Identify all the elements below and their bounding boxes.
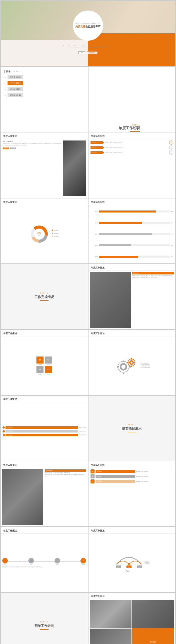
milestone-text: 请替换文字内容，点击添加相关标题文字，修改文字内容，也可以直接复制你的内容到此处…: [2, 566, 86, 568]
svg-point-4: [36, 231, 43, 238]
steps-body: 04 工作项目 03 工作项目 02 工作项目 01 工作项目: [1, 336, 88, 395]
bar-fill-3: [99, 233, 153, 235]
slide-part1b-title: 年度工作报述: [89, 132, 175, 139]
slide-part3: PART 3 成功项目展示: [89, 396, 175, 461]
part3-line: [127, 432, 136, 432]
speech-box-3: ●: [91, 479, 95, 483]
legend-label-1: 工作项目一: [54, 230, 59, 231]
cover-btn1[interactable]: 汇报: [78, 51, 85, 54]
slide4-para: 请替换文字内容，点击添加相关标题文字，修改文字内容，也可以直接复制你的内容到此处…: [3, 143, 62, 146]
slide-milestone: 年度工作报述 📍 地点一 👤 地点二 ✉ 地点三 �: [1, 527, 88, 592]
slide-img-text-title: 年度工作报述: [89, 264, 175, 271]
arrow-desc-2: 请替换文字内容: [79, 431, 86, 432]
legend-dot-1: [52, 230, 53, 231]
legend-label-2: 工作项目二: [54, 233, 59, 234]
legend-item-1: 工作项目一: [52, 230, 59, 232]
speech-item-2: ◆ 项目说明二 请替换文字内容，点击添加: [91, 474, 173, 478]
svg-rect-18: [131, 366, 132, 367]
toc-item-2[interactable]: 02 工作完成概况: [4, 81, 85, 85]
step-label-3: 工作项目: [38, 374, 42, 375]
cover-cn-title-orange: 关爱儿童: [75, 25, 85, 28]
m-label-3: 地点三: [56, 564, 59, 565]
toc-label-3: 成功项目展示: [8, 87, 23, 91]
speech-bubble-3: 项目说明三: [96, 480, 135, 483]
building-left-col: [90, 600, 132, 644]
toc-title-cn: 目录: [6, 70, 11, 73]
arrow1: 重点工作一: [91, 141, 104, 144]
donut-svg: 62% 完成: [29, 224, 49, 244]
part2-label: PART 2: [40, 292, 48, 294]
cover-desc: Please replace body. click add more type…: [63, 45, 113, 48]
part1-line: [130, 131, 140, 132]
legend-label-3: 工作项目三: [54, 236, 59, 237]
slide-arrow-title: 年度工作报述: [1, 396, 88, 402]
bar-row-4: 项目四 45%: [91, 244, 173, 246]
arrow3-icon: ●: [169, 151, 173, 155]
slide-speech: 年度工作报述 ★ 项目说明一 请替换文字内容，点击添加 ◆ 项目说明二 请替换文…: [89, 461, 175, 526]
m-label-4: 地点四: [82, 564, 85, 565]
slide-bars-title: 年度工作报述: [89, 198, 175, 205]
slide-milestone-title: 年度工作报述: [1, 527, 88, 534]
diamond-3: [2, 434, 5, 437]
toc-item-4[interactable]: 04 明年工作计划: [4, 93, 85, 97]
arrow2-text: 请替换文字内容，点击添加相关标题文字: [105, 147, 168, 148]
slide-img-text: 年度工作报述 重点项目说明 请替换文字内容，点击添加相关标题文字，修改文字内容，…: [89, 264, 175, 329]
part4-title: 明年工作计划: [34, 624, 54, 628]
toc-item-1[interactable]: 01 年度工作述职: [4, 75, 85, 79]
arrow-label-2: 工作完成情况: [6, 430, 78, 433]
slide-gear: 年度工作报述 ● 工作完成: [89, 330, 175, 395]
arrow-desc-1: 请替换文字内容: [79, 427, 86, 428]
svg-rect-12: [117, 366, 119, 368]
arrow3: 重点工作三: [91, 151, 104, 154]
cover-circle: CARE FOR CHILDREN CHARITY PPT 关爱儿童公益慈善PP…: [73, 11, 103, 41]
cover-cn-title: 关爱儿童公益慈善PPT: [75, 25, 100, 28]
m-item-4: 🏠 地点四: [80, 558, 86, 565]
speech-text-3: 请替换文字内容，点击添加: [136, 481, 173, 482]
m-item-2: 👤 地点二: [28, 558, 34, 565]
slide-donut-body: 62% 完成 工作项目一 工作项目二 工作项目三: [1, 205, 88, 263]
bar-row-2: 项目二 60%: [91, 222, 173, 224]
toc-bar: [4, 70, 5, 73]
bar-row-1: 项目一 80%: [91, 210, 173, 212]
slide-steps-title: 年度工作报述: [1, 330, 88, 336]
cover-cn-title-gray: 公益慈善PPT: [85, 25, 100, 28]
diamond-2: [2, 430, 5, 433]
toc-item-3[interactable]: 03 成功项目展示: [4, 87, 85, 91]
toc-num-4: 04: [4, 94, 6, 97]
orange-panel: 重点项目说明: [132, 272, 174, 274]
umbrella-svg: ★ 项目一 核心 项目二: [114, 553, 144, 573]
bar-row-5: 项目五 55%: [91, 256, 173, 258]
slide-steps: 年度工作报述 04 工作项目 03 工作项目 02 工作项目 01: [1, 330, 88, 395]
svg-text:项目一: 项目一: [117, 566, 120, 568]
building-img-1: [90, 600, 132, 628]
desc-panel2: 请替换文字内容，点击添加相关标题文字，修改文字内容。: [132, 277, 174, 278]
arrow-item-2: 工作完成情况 请替换文字内容: [3, 430, 86, 433]
building-orange: 明年工作计划重点项目说明: [132, 628, 174, 644]
building-img-3: [132, 600, 174, 628]
part1-content: PART 1 年度工作述职: [119, 124, 140, 132]
proj-desc2: 请替换文字内容，点击添加相关标题文字，修改文字内容，也可以直接复制你的内容到此处…: [45, 474, 86, 477]
umbrella-text: ● 保护项目一 ● 保护项目二 ● 保护项目三: [144, 561, 150, 565]
svg-text:★: ★: [128, 564, 129, 565]
bar-val-1: 80%: [171, 211, 173, 212]
slide4-title: 年度工作报述: [1, 132, 88, 139]
slide-building-title: 年度工作报述: [89, 593, 175, 599]
milestone-row: 📍 地点一 👤 地点二 ✉ 地点三 🏠 地点四: [2, 558, 86, 565]
part2-line: [40, 300, 49, 301]
bars-container: 项目一 80% 项目二 60% 项目三 75% 项目四 45% 项目五: [89, 205, 175, 263]
m-circle-4: 🏠: [80, 558, 86, 563]
arrow-item-3: 工作完成情况 请替换文字内容: [3, 434, 86, 436]
m-circle-2: 👤: [28, 558, 34, 563]
meeting-image: [90, 272, 131, 328]
slide4-body: 年度工作述职报告 请替换文字内容，点击添加相关标题文字，修改文字内容，也可以直接…: [1, 139, 88, 197]
office-image: [63, 140, 86, 196]
cover-btn-row: 汇报 单击添加姓名: [78, 51, 98, 54]
step-item-4: 01 工作项目: [45, 366, 52, 375]
umbrella-body: ★ 项目一 核心 项目二 ● 保护项目一 ● 保护项目二 ● 保护项目三: [89, 534, 175, 592]
arrow-body: 工作完成情况 请替换文字内容 工作完成情况 请替换文字内容 工作完成情况 请替换…: [1, 402, 88, 461]
cover-btn2[interactable]: 单击添加姓名: [87, 51, 98, 54]
bar-label-4: 项目四: [91, 245, 98, 246]
arrow3-text: 请替换文字内容，点击添加相关标题文字: [105, 152, 168, 153]
slide-cover: CARE FOR CHILDREN CHARITY PPT 关爱儿童公益慈善PP…: [1, 1, 175, 66]
toc-num-2: 02: [4, 82, 6, 85]
